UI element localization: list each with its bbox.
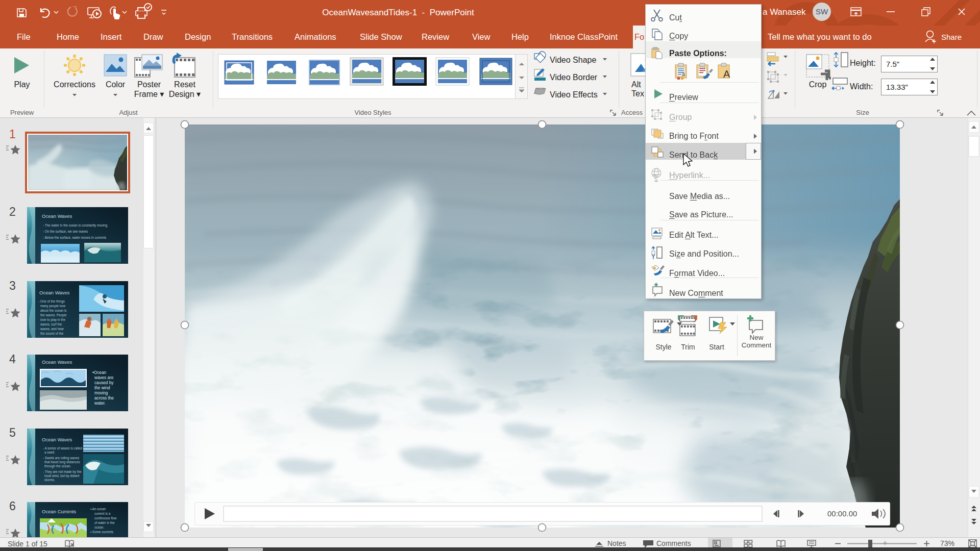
svg-text:of water in the: of water in the (94, 521, 115, 524)
svg-text:many people love: many people love (40, 304, 66, 308)
svg-text:- One of the things: - One of the things (38, 299, 65, 304)
svg-text:that travel long distances: that travel long distances (44, 460, 80, 464)
svg-text:continuous flow: continuous flow (94, 516, 117, 520)
svg-text:A: A (723, 68, 730, 80)
svg-text:across the: across the (94, 396, 114, 400)
svg-text:local wind, but by distant: local wind, but by distant (44, 474, 80, 478)
svg-text:Comments: Comments (656, 539, 691, 547)
svg-text:the wind: the wind (94, 386, 110, 390)
svg-text:waves, and hear: waves, and hear (40, 327, 64, 331)
svg-text:through the ocean.: through the ocean. (44, 464, 71, 468)
svg-text:- The water in the ocean is co: - The water in the ocean is constantly m… (43, 223, 108, 228)
svg-text:storms.: storms. (44, 478, 55, 482)
svg-text:- Below the surface, water mov: - Below the surface, water moves in curr… (43, 236, 106, 239)
svg-text:Ocean Waves: Ocean Waves (42, 213, 72, 219)
svg-text:the sound of the: the sound of the (40, 332, 64, 335)
svg-text:- They are not made by the: - They are not made by the (43, 470, 82, 474)
svg-text:moving: moving (94, 391, 108, 395)
svg-text:waves, surf the: waves, surf the (40, 322, 62, 326)
svg-text:• An ocean: • An ocean (90, 507, 106, 511)
svg-text:Ocean Waves: Ocean Waves (39, 290, 70, 295)
svg-text:Ocean Waves: Ocean Waves (42, 359, 72, 365)
svg-text:- On the surface, we see waves: - On the surface, we see waves (43, 230, 88, 233)
svg-text:73%: 73% (940, 539, 954, 547)
svg-text:love to play in the: love to play in the (40, 318, 66, 322)
svg-text:- A series of waves is called: - A series of waves is called (43, 446, 82, 450)
svg-text:the waves. People: the waves. People (40, 313, 67, 317)
svg-text:caused by: caused by (94, 381, 114, 385)
svg-text:Notes: Notes (607, 539, 626, 547)
svg-text:waves are: waves are (94, 375, 114, 380)
svg-text:- Swells are rolling waves: - Swells are rolling waves (43, 456, 79, 460)
svg-text:ocean.: ocean. (94, 525, 104, 529)
svg-text:about the ocean is: about the ocean is (40, 309, 66, 312)
svg-text:water.: water. (94, 401, 106, 406)
svg-text:Share: Share (941, 33, 962, 41)
svg-text:Ocean Currents: Ocean Currents (42, 509, 76, 514)
svg-text:current is a: current is a (94, 512, 111, 515)
svg-text:Ocean Waves: Ocean Waves (42, 437, 72, 442)
svg-text:• Some currents: • Some currents (90, 530, 113, 534)
svg-text:a swell.: a swell. (44, 450, 55, 454)
svg-text:•Ocean: •Ocean (92, 370, 106, 375)
svg-text:a: a (682, 71, 685, 77)
